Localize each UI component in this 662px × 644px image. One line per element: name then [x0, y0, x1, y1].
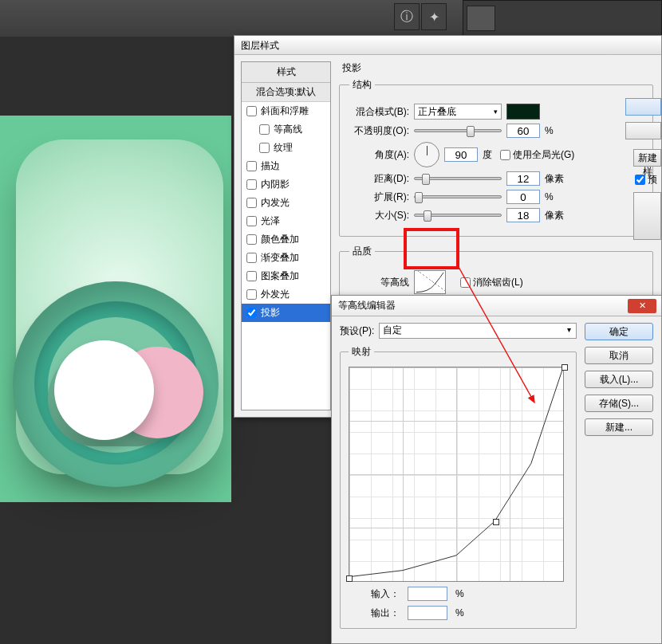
- size-unit: 像素: [545, 209, 564, 222]
- output-value[interactable]: [408, 606, 447, 620]
- blend-mode-combo[interactable]: 正片叠底: [414, 104, 502, 120]
- layer-style-title-bar[interactable]: 图层样式: [234, 36, 661, 55]
- contour-editor-title: 等高线编辑器: [338, 299, 396, 312]
- contour-cancel-button[interactable]: 取消: [585, 347, 653, 364]
- antialias-check[interactable]: 消除锯齿(L): [460, 276, 523, 289]
- output-unit: %: [455, 607, 464, 618]
- app-top-strip: ⓘ ✦: [0, 0, 662, 37]
- style-list: 样式 混合选项:默认 斜面和浮雕等高线纹理描边内阴影内发光光泽颜色叠加渐变叠加图…: [241, 61, 331, 410]
- preset-label: 预设(P):: [340, 324, 374, 338]
- contour-save-button[interactable]: 存储(S)...: [585, 395, 653, 412]
- curve-handle[interactable]: [346, 575, 353, 582]
- style-item-2[interactable]: 纹理: [242, 139, 330, 157]
- spread-slider[interactable]: [414, 195, 502, 198]
- section-title: 投影: [342, 61, 653, 75]
- curve-canvas[interactable]: [349, 367, 564, 582]
- contour-load-button[interactable]: 载入(L)...: [585, 371, 653, 388]
- curve-handle[interactable]: [493, 519, 499, 525]
- opacity-input[interactable]: [506, 124, 540, 138]
- style-list-header[interactable]: 样式: [242, 62, 330, 83]
- style-item-3[interactable]: 描边: [242, 157, 330, 175]
- blend-options-row[interactable]: 混合选项:默认: [242, 83, 330, 102]
- icon-circle-white: [54, 340, 154, 440]
- style-item-0[interactable]: 斜面和浮雕: [242, 102, 330, 120]
- shadow-color-swatch[interactable]: [506, 104, 540, 120]
- layer-style-title: 图层样式: [241, 40, 279, 51]
- layers-panel-preview[interactable]: [463, 0, 662, 37]
- contour-editor-dialog: 等高线编辑器 ✕ 预设(P): 自定 映射 输入： %: [331, 295, 662, 644]
- dialog-ok-button[interactable]: [625, 98, 661, 116]
- dialog-cancel-button[interactable]: [625, 122, 661, 139]
- preview-swatch: [633, 192, 661, 240]
- preview-check[interactable]: 预: [635, 173, 657, 187]
- input-value[interactable]: [408, 587, 447, 601]
- info-icon[interactable]: ⓘ: [394, 3, 420, 30]
- distance-unit: 像素: [545, 172, 564, 186]
- quality-legend: 品质: [349, 245, 375, 258]
- style-item-7[interactable]: 颜色叠加: [242, 230, 330, 249]
- output-label: 输出：: [371, 607, 400, 620]
- mapping-fieldset: 映射 输入： % 输出： %: [340, 345, 577, 629]
- curve-handle[interactable]: [562, 364, 568, 371]
- preset-combo[interactable]: 自定: [379, 323, 577, 339]
- angle-input[interactable]: [444, 147, 478, 162]
- angle-dial[interactable]: [414, 142, 439, 167]
- style-item-4[interactable]: 内阴影: [242, 175, 330, 194]
- contour-new-button[interactable]: 新建...: [585, 418, 653, 436]
- magic-wand-icon[interactable]: ✦: [421, 3, 447, 30]
- opacity-slider[interactable]: [414, 129, 502, 132]
- new-style-button[interactable]: 新建样: [633, 149, 661, 167]
- style-item-11[interactable]: 投影: [242, 304, 330, 322]
- size-label: 大小(S):: [349, 209, 409, 222]
- input-unit: %: [455, 588, 464, 599]
- opacity-unit: %: [545, 125, 554, 136]
- spread-label: 扩展(R):: [349, 190, 409, 204]
- angle-unit: 度: [483, 148, 492, 162]
- style-item-5[interactable]: 内发光: [242, 194, 330, 212]
- angle-label: 角度(A):: [349, 148, 409, 162]
- distance-input[interactable]: [506, 171, 540, 186]
- contour-ok-button[interactable]: 确定: [585, 323, 653, 340]
- distance-label: 距离(D):: [349, 172, 409, 186]
- style-item-9[interactable]: 图案叠加: [242, 267, 330, 285]
- preview-thumbnail: [467, 6, 495, 31]
- opacity-label: 不透明度(O):: [349, 124, 409, 138]
- canvas-background: [0, 116, 231, 502]
- spread-unit: %: [545, 191, 554, 202]
- style-item-8[interactable]: 渐变叠加: [242, 249, 330, 267]
- structure-legend: 结构: [349, 78, 375, 92]
- distance-slider[interactable]: [414, 177, 502, 180]
- style-item-1[interactable]: 等高线: [242, 120, 330, 139]
- highlight-box: [404, 228, 459, 269]
- input-label: 输入：: [371, 587, 400, 601]
- global-light-check[interactable]: 使用全局光(G): [500, 148, 574, 162]
- mapping-legend: 映射: [349, 345, 374, 359]
- style-item-6[interactable]: 光泽: [242, 212, 330, 230]
- close-button[interactable]: ✕: [628, 299, 656, 313]
- contour-thumbnail[interactable]: [414, 270, 446, 294]
- blend-mode-label: 混合模式(B):: [349, 105, 409, 119]
- structure-fieldset: 结构 混合模式(B): 正片叠底 不透明度(O): % 角度(A): 度: [339, 78, 653, 237]
- size-input[interactable]: [506, 208, 540, 222]
- style-item-10[interactable]: 外发光: [242, 285, 330, 304]
- size-slider[interactable]: [414, 214, 502, 217]
- contour-editor-title-bar[interactable]: 等高线编辑器 ✕: [332, 296, 661, 316]
- contour-label: 等高线: [349, 276, 409, 289]
- spread-input[interactable]: [506, 190, 540, 204]
